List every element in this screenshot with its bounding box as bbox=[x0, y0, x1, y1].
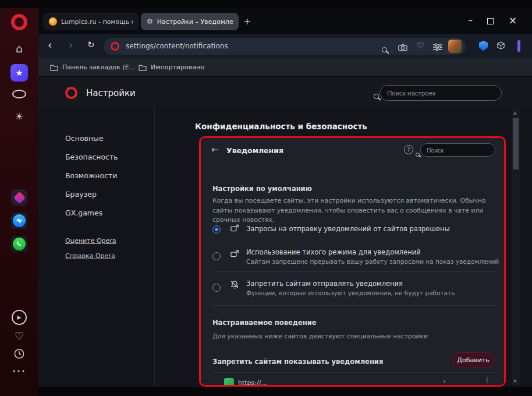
divider bbox=[212, 372, 496, 373]
chevron-right-icon[interactable]: › bbox=[443, 377, 446, 385]
tab-bar: Lumpics.ru - помощь с ко... ⚙ Настройки … bbox=[38, 8, 532, 34]
block-sites-label: Запретить сайтам показывать уведомления bbox=[212, 358, 383, 366]
browser-window: ⌂ ★ ☀ ▶ ♡ ••• Lumpics.ru - помощь с ко..… bbox=[0, 0, 532, 396]
snapshot-camera-icon[interactable] bbox=[398, 43, 407, 54]
settings-content: Основные Безопасность Возможности Браузе… bbox=[38, 108, 532, 387]
window-minimize-button[interactable]: – bbox=[469, 15, 473, 26]
search-icon bbox=[374, 94, 379, 99]
site-favicon bbox=[224, 378, 234, 385]
lumpics-favicon bbox=[49, 17, 57, 26]
player-icon[interactable]: ▶ bbox=[12, 310, 27, 325]
option-label[interactable]: Запретить сайтам отправлять уведомления bbox=[246, 280, 403, 288]
whatsapp-circle bbox=[13, 238, 26, 250]
row-menu-dots-icon[interactable]: ⋮ bbox=[484, 376, 491, 384]
bookmark-label: Панель закладок (Е... bbox=[62, 63, 135, 71]
bookmark-label: Импортировано bbox=[151, 63, 204, 71]
rate-opera-link[interactable]: Оцените Opera bbox=[65, 237, 116, 245]
extension-shield-icon[interactable] bbox=[479, 41, 488, 51]
bell-slash-icon bbox=[230, 280, 239, 292]
bookmarks-star-icon[interactable]: ★ bbox=[10, 64, 28, 82]
opera-logo-icon bbox=[65, 87, 77, 99]
radio-quiet-mode[interactable] bbox=[212, 252, 221, 260]
bookmark-folder-item[interactable]: Панель закладок (Е... bbox=[50, 58, 135, 76]
sidebar-item-browser[interactable]: Браузер bbox=[65, 190, 97, 199]
opera-favicon bbox=[111, 42, 119, 51]
opera-gx-icon[interactable] bbox=[11, 189, 27, 206]
aria-icon[interactable] bbox=[12, 90, 26, 98]
option-description: Сайтам запрещено прерывать вашу работу з… bbox=[246, 258, 499, 265]
option-description: Функции, которые используют уведомления,… bbox=[246, 289, 455, 296]
defaults-heading: Настройки по умолчанию bbox=[212, 185, 312, 193]
whatsapp-icon[interactable] bbox=[11, 236, 27, 252]
blocked-site-url[interactable]: https://... bbox=[238, 379, 267, 385]
sidebar-item-basic[interactable]: Основные bbox=[65, 134, 104, 143]
sidebar-panel-handle[interactable] bbox=[517, 40, 520, 52]
opera-gx-glyph bbox=[13, 191, 25, 203]
forward-button[interactable]: › bbox=[69, 38, 73, 51]
add-button[interactable]: Добавить bbox=[452, 352, 495, 367]
settings-header: Настройки bbox=[38, 76, 532, 108]
tab-settings-active[interactable]: ⚙ Настройки – Уведомления bbox=[141, 13, 239, 30]
whatsapp-phone-glyph bbox=[16, 241, 23, 248]
tab-lumpics[interactable]: Lumpics.ru - помощь с ко... bbox=[43, 13, 139, 30]
notifications-card: ← Уведомления ? Настройки по умолчанию К… bbox=[201, 138, 504, 385]
new-tab-button[interactable]: + bbox=[243, 16, 251, 27]
notification-request-icon bbox=[230, 223, 240, 235]
sidebar-item-gxgames[interactable]: GX.games bbox=[65, 208, 102, 217]
card-search-box[interactable] bbox=[420, 143, 495, 157]
quiet-notification-icon bbox=[230, 249, 240, 261]
bookmark-heart-icon[interactable]: ♡ bbox=[417, 41, 424, 50]
page-scrollbar[interactable]: ▲ ▼ bbox=[512, 109, 520, 386]
messenger-bolt-glyph bbox=[16, 218, 23, 224]
card-search-input[interactable] bbox=[427, 144, 478, 156]
bookmark-folder-item[interactable]: Импортировано bbox=[139, 58, 204, 76]
history-clock-icon[interactable] bbox=[14, 348, 25, 359]
scroll-up-arrow[interactable]: ▲ bbox=[513, 111, 516, 115]
sidebar-item-security[interactable]: Безопасность bbox=[65, 153, 118, 161]
tab-title: Lumpics.ru - помощь с ко... bbox=[61, 18, 133, 26]
option-label[interactable]: Запросы на отправку уведомлений от сайто… bbox=[246, 225, 450, 233]
nav-divider bbox=[154, 108, 155, 387]
sidebar-menu-dots-icon[interactable]: ••• bbox=[12, 368, 26, 374]
folder-icon bbox=[139, 64, 147, 71]
back-button[interactable]: ‹ bbox=[48, 38, 52, 51]
option-label[interactable]: Использование тихого режима для уведомле… bbox=[246, 248, 421, 256]
favorites-heart-icon[interactable]: ♡ bbox=[15, 330, 24, 342]
messenger-icon[interactable] bbox=[11, 213, 27, 229]
settings-page-title: Настройки bbox=[86, 88, 136, 98]
sidebar-item-features[interactable]: Возможности bbox=[65, 171, 117, 180]
settings-gear-favicon: ⚙ bbox=[147, 17, 153, 26]
radio-block-notifications[interactable] bbox=[212, 284, 221, 292]
easy-setup-icon[interactable]: ☀ bbox=[15, 111, 23, 122]
scrollbar-thumb[interactable] bbox=[513, 118, 519, 169]
window-close-button[interactable]: × bbox=[509, 15, 517, 26]
back-arrow-button[interactable]: ← bbox=[211, 144, 219, 155]
tab-title: Настройки – Уведомления bbox=[157, 18, 233, 26]
settings-search-box[interactable] bbox=[380, 85, 502, 101]
defaults-description: Когда вы посещаете сайты, эти настройки … bbox=[212, 196, 493, 225]
custom-behavior-description: Для указанных ниже сайтов действуют спец… bbox=[212, 333, 428, 340]
extensions-cube-icon[interactable] bbox=[496, 41, 505, 52]
scroll-down-arrow[interactable]: ▼ bbox=[513, 379, 516, 384]
radio-allow-notifications[interactable] bbox=[212, 225, 221, 234]
divider bbox=[212, 271, 496, 272]
settings-search-input[interactable] bbox=[387, 86, 483, 100]
bookmarks-bar: Панель закладок (Е... Импортировано bbox=[38, 58, 532, 76]
url-field[interactable]: settings/content/notifications ♡ bbox=[104, 38, 466, 55]
window-maximize-button[interactable] bbox=[487, 18, 494, 24]
home-icon[interactable]: ⌂ bbox=[16, 42, 23, 55]
divider bbox=[212, 305, 496, 306]
page-search-icon[interactable] bbox=[382, 47, 387, 52]
custom-behavior-heading: Настраиваемое поведение bbox=[212, 319, 317, 327]
opera-logo-icon[interactable] bbox=[11, 14, 27, 30]
folder-icon bbox=[50, 64, 58, 71]
url-text[interactable]: settings/content/notifications bbox=[126, 42, 228, 50]
site-settings-tune-icon[interactable] bbox=[433, 43, 442, 54]
search-icon bbox=[416, 153, 420, 157]
help-opera-link[interactable]: Справка Opera bbox=[65, 252, 115, 260]
help-icon[interactable]: ? bbox=[404, 145, 413, 154]
address-bar: ‹ › ↻ settings/content/notifications ♡ bbox=[38, 34, 532, 58]
reload-button[interactable]: ↻ bbox=[87, 40, 95, 50]
profile-avatar[interactable] bbox=[448, 40, 462, 53]
messenger-circle bbox=[13, 214, 26, 227]
